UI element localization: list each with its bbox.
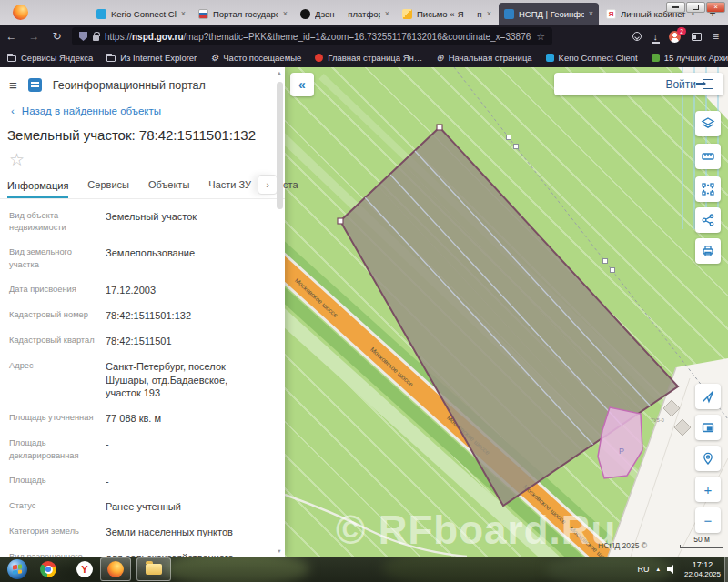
field-value: Ранее учтенный <box>106 500 261 514</box>
print-button[interactable] <box>695 238 721 264</box>
tab-gosuslugi[interactable]: Портал государств × <box>193 3 293 25</box>
tab-close-icon[interactable]: × <box>589 9 593 18</box>
url-prefix: https:// <box>105 32 132 42</box>
parcel-vertex <box>437 125 442 130</box>
url-text[interactable]: https://nspd.gov.ru/map?thematic=PKK&the… <box>105 32 531 42</box>
layers-button[interactable] <box>695 111 721 136</box>
back-to-results-link[interactable]: ‹ Назад в найденные объекты <box>0 95 285 116</box>
field-label: Адрес <box>9 360 96 401</box>
zoom-out-button[interactable]: − <box>695 507 721 533</box>
flag-favicon <box>198 9 208 19</box>
yandex-icon <box>315 54 323 62</box>
login-button[interactable]: Войти <box>554 73 723 95</box>
bookmark-yandex-home[interactable]: Главная страница Ян… <box>315 53 422 63</box>
speaker-icon[interactable] <box>667 565 677 574</box>
back-icon[interactable]: ← <box>0 30 23 43</box>
tab-objects[interactable]: Объекты <box>148 179 189 198</box>
tab-services[interactable]: Сервисы <box>87 179 129 198</box>
scale-bar: 50 м <box>680 536 723 548</box>
browser-nav-bar: ← → ↻ https://nspd.gov.ru/map?thematic=P… <box>0 25 728 48</box>
ruler-button[interactable] <box>695 144 721 169</box>
tab-close-icon[interactable]: × <box>181 9 186 18</box>
bookmark-yandex-services[interactable]: Сервисы Яндекса <box>7 53 93 63</box>
start-button[interactable] <box>7 559 27 579</box>
gear-icon: ⚙ <box>210 54 218 63</box>
field-value: 78:42:1511501:132 <box>106 309 261 323</box>
field-label: Вид объекта недвижимости <box>9 210 96 236</box>
field-row: Вид земельного участкаЗемлепользование <box>9 241 261 278</box>
bookmark-architects[interactable]: 15 лучших Архитекту… <box>652 53 728 63</box>
show-desktop-button[interactable] <box>724 557 728 582</box>
tab-label: Портал государств <box>213 9 278 19</box>
map-canvas[interactable]: Московское шоссе Московское шоссе Москов… <box>285 67 728 557</box>
hamburger-icon[interactable]: ≡ <box>9 77 17 93</box>
share-button[interactable] <box>695 207 721 233</box>
explorer-taskbar-button[interactable] <box>136 557 171 581</box>
my-location-button[interactable] <box>695 384 721 409</box>
find-on-map-button[interactable] <box>695 446 721 471</box>
bookmark-from-ie[interactable]: Из Internet Explorer <box>106 53 197 63</box>
field-value: Санкт-Петербург, поселок Шушары, отд.Бад… <box>106 360 261 401</box>
panel-collapse-button[interactable]: « <box>290 73 314 96</box>
chrome-taskbar-icon[interactable] <box>40 561 56 577</box>
bookmark-star-icon[interactable]: ☆ <box>536 31 545 43</box>
sidebar-icon[interactable] <box>692 33 702 41</box>
tab-nspd-active[interactable]: НСПД | Геоинформ × <box>499 3 599 25</box>
firefox-app-icon <box>13 5 28 20</box>
maximize-button[interactable] <box>686 2 705 13</box>
field-row: Категория земельЗемли населенных пунктов <box>9 519 261 545</box>
favorite-star-icon[interactable]: ☆ <box>0 143 285 168</box>
time: 17:12 <box>684 560 721 570</box>
tab-parts[interactable]: Части ЗУ <box>208 179 251 198</box>
lk-favicon: Я <box>606 9 616 19</box>
tracking-shield-icon[interactable] <box>79 32 87 41</box>
account-icon[interactable]: 2 <box>669 31 681 43</box>
bookmark-start-page[interactable]: ⊕Начальная страница <box>436 53 531 63</box>
scrollbar-thumb[interactable] <box>277 82 283 209</box>
minimize-button[interactable] <box>666 2 685 13</box>
downloads-icon[interactable]: ↓ <box>652 32 658 42</box>
pocket-icon[interactable] <box>632 32 642 41</box>
field-label: Кадастровый номер <box>9 309 96 323</box>
field-label: Статус <box>9 500 96 514</box>
info-panel: ≡ Геоинформационный портал ‹ Назад в най… <box>0 67 285 557</box>
tab-close-icon[interactable]: × <box>283 9 288 18</box>
tab-close-icon[interactable]: × <box>487 9 491 18</box>
yandex-browser-taskbar-icon[interactable]: Y <box>76 561 93 577</box>
scale-line <box>680 545 723 548</box>
tab-label: Kerio Connect Client <box>111 9 177 19</box>
screen: Kerio Connect Client × Портал государств… <box>0 0 728 582</box>
menu-icon[interactable]: ≡ <box>713 30 719 43</box>
nav-right-icons: ↓ 2 ≡ <box>632 30 728 43</box>
scroll-down-icon[interactable]: ▾ <box>278 547 280 555</box>
tab-close-icon[interactable]: × <box>385 9 389 18</box>
field-row: Кадастровый квартал78:42:1511501 <box>9 328 261 354</box>
field-row: Площадь декларированная- <box>9 432 261 469</box>
tab-information[interactable]: Информация <box>7 180 68 199</box>
tab-kerio[interactable]: Kerio Connect Client × <box>91 3 191 25</box>
measure-area-button[interactable] <box>695 176 721 202</box>
zoom-in-button[interactable]: + <box>695 477 721 502</box>
tab-mail[interactable]: Письмо «-Я — про × <box>397 3 497 25</box>
scroll-up-icon[interactable]: ▴ <box>278 69 280 76</box>
url-bar[interactable]: https://nspd.gov.ru/map?thematic=PKK&the… <box>72 27 552 45</box>
overview-map-button[interactable] <box>695 415 721 440</box>
clock[interactable]: 17:12 22.04.2025 <box>684 560 721 578</box>
forward-icon[interactable]: → <box>23 30 46 43</box>
field-value: Земли населенных пунктов <box>106 526 261 539</box>
close-button[interactable]: × <box>706 2 725 13</box>
tab-dzen[interactable]: Дзен — платформ × <box>295 3 395 25</box>
scale-label: 50 м <box>693 535 710 544</box>
language-indicator[interactable]: RU <box>637 565 649 574</box>
bookmark-kerio[interactable]: Kerio Connect Client <box>546 53 638 63</box>
parcel-vertex <box>338 218 343 224</box>
folder-icon <box>106 55 116 62</box>
bookmark-frequent[interactable]: ⚙Часто посещаемые <box>210 53 301 63</box>
lock-icon[interactable] <box>93 35 99 41</box>
folder-icon <box>7 55 16 62</box>
location-arrow-icon <box>701 389 715 404</box>
firefox-taskbar-button[interactable] <box>100 557 131 581</box>
reload-icon[interactable]: ↻ <box>46 30 68 43</box>
field-value: - <box>106 437 261 463</box>
tray-expand-icon[interactable]: ▴ <box>656 566 660 573</box>
